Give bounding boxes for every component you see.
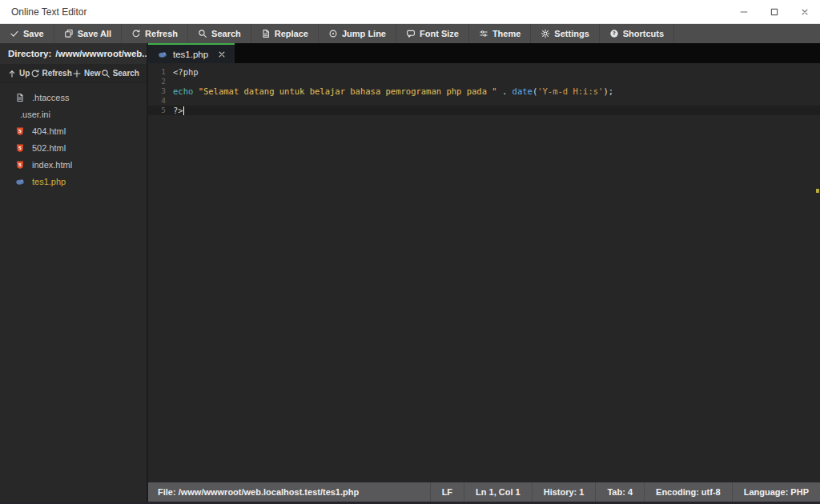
statusbar: File: /www/wwwroot/web.localhost.test/te… [148, 482, 820, 502]
toolbar-button-label: Jump Line [342, 29, 386, 38]
status-tab-4[interactable]: Tab: 4 [595, 482, 644, 502]
toolbar-button-replace[interactable]: Replace [251, 24, 319, 43]
code-line: 4 [148, 96, 820, 106]
directory-header: Directory: /www/wwwroot/web... [0, 43, 147, 64]
maximize-icon [770, 7, 779, 17]
line-number: 2 [148, 77, 166, 86]
html5-icon: 5 [15, 143, 25, 153]
svg-text:5: 5 [18, 162, 22, 166]
titlebar: Online Text Editor [0, 0, 820, 24]
status-history-1[interactable]: History: 1 [532, 482, 596, 502]
code-line: 2 [148, 77, 820, 86]
toolbar-button-label: Refresh [145, 29, 178, 38]
scrollbar-annotation [816, 189, 819, 193]
svg-text:5: 5 [18, 128, 22, 133]
status-items: LFLn 1, Col 1History: 1Tab: 4Encoding: u… [430, 482, 820, 502]
sidebar-actions: UpRefreshNewSearch [0, 64, 147, 83]
toolbar-button-save-all[interactable]: Save All [54, 24, 122, 43]
file-doc-icon [15, 93, 25, 102]
theme-icon [479, 29, 488, 38]
toolbar-button-settings[interactable]: Settings [531, 24, 599, 43]
file-name: index.html [32, 160, 72, 170]
file-item-tes1-php[interactable]: tes1.php [0, 173, 147, 190]
file-item-user-ini[interactable]: .user.ini [0, 106, 147, 122]
toolbar-button-font-size[interactable]: Font Size [396, 24, 469, 43]
sidebar-action-refresh[interactable]: Refresh [30, 69, 72, 78]
php-icon [15, 177, 25, 186]
file-item-index-html[interactable]: 5index.html [0, 156, 147, 173]
file-name: tes1.php [32, 177, 66, 186]
code-line: 1<?php [148, 67, 820, 77]
text-cursor [183, 106, 184, 115]
editor-main: tes1.php 1<?php23echo "Selamat datang un… [147, 43, 820, 502]
tabbar: tes1.php [148, 43, 820, 63]
svg-text:?: ? [613, 30, 616, 37]
sidebar-action-new[interactable]: New [72, 69, 101, 78]
file-name: .user.ini [20, 110, 50, 119]
minimize-icon [739, 7, 749, 17]
refresh-icon [131, 29, 141, 38]
file-item-404-html[interactable]: 5404.html [0, 122, 147, 139]
minimize-button[interactable] [729, 0, 759, 23]
file-name: 502.html [32, 143, 66, 153]
directory-path: /www/wwwroot/web... [55, 49, 147, 58]
check-icon [10, 29, 19, 38]
status-language-php[interactable]: Language: PHP [732, 482, 820, 502]
status-ln-1-col-1[interactable]: Ln 1, Col 1 [464, 482, 532, 502]
tab-label: tes1.php [173, 50, 208, 59]
settings-icon [541, 29, 550, 38]
code-editor[interactable]: 1<?php23echo "Selamat datang untuk belaj… [148, 63, 820, 482]
file-list: .htaccess.user.ini5404.html5502.html5ind… [0, 83, 147, 190]
line-number: 1 [148, 67, 166, 77]
toolbar-button-label: Search [211, 29, 241, 38]
toolbar-button-search[interactable]: Search [188, 24, 251, 43]
code-line: 5?> [148, 106, 820, 115]
file-item-502-html[interactable]: 5502.html [0, 139, 147, 156]
save-all-icon [64, 29, 74, 38]
toolbar-button-label: Save [23, 29, 44, 38]
file-item-htaccess[interactable]: .htaccess [0, 89, 147, 106]
status-lf[interactable]: LF [430, 482, 464, 502]
sidebar-action-up[interactable]: Up [7, 69, 30, 78]
up-arrow-icon [7, 69, 17, 78]
font-size-icon [406, 29, 416, 38]
close-button[interactable] [790, 0, 820, 23]
line-number: 5 [148, 106, 166, 115]
plus-icon [72, 69, 82, 78]
tab-tes1-php[interactable]: tes1.php [148, 43, 235, 63]
status-encoding-utf-8[interactable]: Encoding: utf-8 [644, 482, 732, 502]
toolbar-button-jump-line[interactable]: Jump Line [319, 24, 396, 43]
file-name: .htaccess [32, 93, 69, 102]
code-line: 3echo "Selamat datang untuk belajar baha… [148, 86, 820, 96]
directory-label: Directory: [8, 49, 51, 58]
toolbar-button-label: Font Size [420, 29, 459, 38]
search-icon [101, 69, 111, 78]
toolbar-button-shortcuts[interactable]: ?Shortcuts [600, 24, 674, 43]
close-icon[interactable] [217, 50, 227, 59]
window-title: Online Text Editor [11, 6, 87, 18]
toolbar-button-label: Theme [492, 29, 521, 38]
shortcuts-icon: ? [609, 29, 619, 38]
toolbar: SaveSave AllRefreshSearchReplaceJump Lin… [0, 24, 820, 43]
file-sidebar: Directory: /www/wwwroot/web... UpRefresh… [0, 43, 147, 502]
toolbar-button-refresh[interactable]: Refresh [122, 24, 188, 43]
search-icon [198, 29, 207, 38]
svg-text:5: 5 [18, 145, 22, 150]
toolbar-button-save[interactable]: Save [0, 24, 54, 43]
html5-icon: 5 [15, 126, 25, 136]
close-icon [800, 7, 810, 17]
maximize-button[interactable] [759, 0, 790, 23]
window-controls [729, 0, 820, 23]
sidebar-action-label: New [84, 69, 101, 78]
line-number: 3 [148, 86, 166, 96]
toolbar-button-label: Shortcuts [623, 29, 664, 38]
html5-icon: 5 [15, 160, 25, 170]
replace-icon [261, 29, 271, 38]
code-line-text: <?php [166, 67, 199, 77]
sidebar-action-label: Refresh [42, 69, 72, 78]
line-number: 4 [148, 96, 166, 106]
sidebar-action-label: Up [19, 69, 30, 78]
toolbar-button-theme[interactable]: Theme [469, 24, 531, 43]
code-line-text: echo "Selamat datang untuk belajar bahas… [166, 86, 613, 96]
sidebar-action-search[interactable]: Search [101, 69, 139, 78]
